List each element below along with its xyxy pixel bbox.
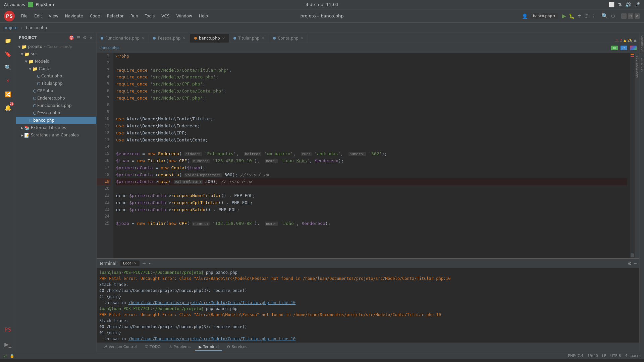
- terminal-link-1[interactable]: /home/luan/Documentos/projeto/src/Modelo…: [128, 300, 296, 305]
- php-version-status[interactable]: PHP: 7.4: [568, 354, 583, 358]
- tree-src-label: src: [31, 52, 37, 56]
- tree-funcionarios-php[interactable]: C Funcionarios.php: [16, 102, 96, 109]
- system-datetime: 4 de mai 11:03: [306, 2, 339, 7]
- project-tool-button[interactable]: 📁: [2, 34, 14, 47]
- tree-external-libraries[interactable]: ▶ 📚 External Libraries: [16, 124, 96, 131]
- right-sidebar: Bookmarks Structure: [639, 33, 644, 352]
- profile-button[interactable]: ⏱: [584, 13, 589, 19]
- indent-status[interactable]: 4 spaces: [625, 354, 642, 358]
- menu-edit[interactable]: Edit: [32, 12, 45, 20]
- code-editor[interactable]: 12345 678910 1112131415 1617181920 21222…: [97, 53, 630, 258]
- tree-conta-php[interactable]: C Conta.php: [16, 72, 96, 80]
- settings-button[interactable]: ⚙: [611, 13, 615, 19]
- sidebar-header: Project 🎯 ☰ ⚙ ✕: [16, 33, 96, 43]
- terminal-add-button[interactable]: +: [142, 261, 146, 266]
- editor-toolbar-right: ⚠ 2 ▲ 26 ▲: [612, 38, 639, 43]
- breadcrumb-project[interactable]: projeto: [3, 25, 17, 30]
- minimize-button[interactable]: ─: [621, 13, 627, 19]
- tab-close-pessoa[interactable]: ✕: [182, 36, 185, 41]
- scroll-thumb[interactable]: [631, 253, 634, 257]
- notification-tool-button[interactable]: 🔔 21: [2, 101, 14, 114]
- external-tool-2[interactable]: ○: [621, 46, 627, 50]
- run-button[interactable]: ▶: [562, 13, 566, 19]
- menu-code[interactable]: Code: [87, 12, 103, 20]
- menu-navigate[interactable]: Navigate: [62, 12, 86, 20]
- activities-label[interactable]: Atividades: [4, 2, 25, 7]
- tree-banco-php[interactable]: C banco.php: [16, 117, 96, 124]
- external-tool-3[interactable]: [630, 46, 637, 50]
- code-content: <?php require_once 'src/Modelo/Conta/Tit…: [113, 53, 630, 258]
- line-numbers: 12345 678910 1112131415 1617181920 21222…: [97, 53, 113, 258]
- terminal-minimize-button[interactable]: ─: [634, 261, 637, 266]
- ps-logo-tool[interactable]: PS: [2, 323, 14, 336]
- tree-scratches[interactable]: ▶ 📝 Scratches and Consoles: [16, 131, 96, 139]
- external-tool-1[interactable]: ⊞: [611, 46, 618, 50]
- terminal-link-2[interactable]: /home/luan/Documentos/projeto/src/Modelo…: [128, 337, 296, 341]
- tree-root[interactable]: ▼ 📁 projeto ~/Documentos/p: [16, 43, 96, 50]
- terminal-dropdown[interactable]: ▾: [149, 261, 151, 266]
- tree-endereco-php[interactable]: C Endereco.php: [16, 95, 96, 102]
- tab-label-pessoa: Pessoa.php: [158, 36, 180, 41]
- tab-close-titular[interactable]: ✕: [262, 36, 265, 41]
- menu-run[interactable]: Run: [128, 12, 141, 20]
- menu-tools[interactable]: Tools: [142, 12, 158, 20]
- vcs-status[interactable]: ⎇: [3, 354, 7, 358]
- close-button[interactable]: ✕: [635, 13, 640, 19]
- tree-titular-php[interactable]: C Titular.php: [16, 80, 96, 87]
- menu-view[interactable]: View: [46, 12, 61, 20]
- tree-pessoa-php[interactable]: C Pessoa.php: [16, 109, 96, 117]
- sidebar-close-button[interactable]: ✕: [89, 35, 94, 41]
- terminal-content[interactable]: luan@luan-POS-PIQ77CL:~/Documentos/proje…: [97, 268, 639, 343]
- bookmark-tool-button[interactable]: 🔖: [2, 48, 14, 60]
- structure-label[interactable]: Structure: [639, 55, 644, 74]
- find-tool-button[interactable]: 🔍: [2, 61, 14, 74]
- debug-button[interactable]: 🐛: [569, 13, 575, 19]
- menu-window[interactable]: Window: [174, 12, 195, 20]
- line-col-status[interactable]: 19:40: [587, 354, 598, 358]
- tree-src[interactable]: ▼ 📁 src: [16, 50, 96, 58]
- run-config-dropdown[interactable]: banco.php ▾: [530, 13, 558, 19]
- terminal-settings-button[interactable]: ⚙: [628, 261, 632, 266]
- tab-terminal[interactable]: ▶ Terminal: [195, 344, 222, 351]
- git-tool-button[interactable]: 🔀: [2, 88, 14, 101]
- plugin-tool-button[interactable]: ⚡: [2, 74, 14, 87]
- tab-problems[interactable]: ⚠ Problems: [165, 344, 194, 351]
- encoding-status[interactable]: UTF-8: [610, 354, 621, 358]
- line-ending-status[interactable]: LF: [602, 354, 606, 358]
- bookmarks-label[interactable]: Bookmarks: [639, 33, 644, 55]
- tab-funcionarios[interactable]: Funcionarios.php ✕: [97, 34, 149, 43]
- sidebar-settings-button[interactable]: ⚙: [82, 35, 88, 41]
- tree-cpf-php[interactable]: C CPF.php: [16, 87, 96, 95]
- sidebar-locate-button[interactable]: 🎯: [68, 35, 75, 41]
- tab-conta[interactable]: Conta.php ✕: [269, 34, 308, 43]
- menu-file[interactable]: File: [18, 12, 30, 20]
- tab-banco[interactable]: banco.php ✕: [190, 34, 229, 43]
- user-icon[interactable]: 👤: [522, 13, 528, 19]
- tab-pessoa[interactable]: Pessoa.php ✕: [149, 34, 190, 43]
- tab-close-banco[interactable]: ✕: [222, 36, 225, 41]
- tab-titular[interactable]: Titular.php ✕: [229, 34, 269, 43]
- tree-modelo[interactable]: ▼ 📁 Modelo: [16, 58, 96, 65]
- menu-help[interactable]: Help: [196, 12, 211, 20]
- breadcrumb-file[interactable]: banco.php: [26, 25, 47, 30]
- tab-version-control[interactable]: ⎇ Version Control: [99, 344, 140, 351]
- tab-services[interactable]: ⚙ Services: [223, 344, 251, 351]
- terminal-tab-close[interactable]: ✕: [134, 261, 137, 265]
- breadcrumb-banco[interactable]: banco.php: [99, 46, 119, 50]
- menu-refactor[interactable]: Refactor: [104, 12, 126, 20]
- code-line-23: echo $primeiraConta->recuperaSaldo() . P…: [116, 206, 627, 214]
- maximize-button[interactable]: □: [628, 13, 633, 19]
- terminal-local-tab[interactable]: Local ✕: [120, 260, 140, 266]
- more-button[interactable]: ⋮: [591, 13, 596, 19]
- tree-conta-folder[interactable]: ▼ 📁 Conta: [16, 65, 96, 72]
- modifications-label[interactable]: Modifications: [634, 53, 639, 80]
- menu-vcs[interactable]: VCS: [159, 12, 172, 20]
- editor-up-button[interactable]: ▲: [634, 38, 637, 43]
- tab-close-conta[interactable]: ✕: [301, 36, 304, 41]
- terminal-tool-button[interactable]: ▶_: [2, 338, 14, 351]
- coverage-button[interactable]: ☂: [577, 13, 582, 19]
- tab-todo[interactable]: ☑ TODO: [142, 344, 164, 351]
- search-button[interactable]: 🔍: [601, 13, 608, 19]
- sidebar-collapse-button[interactable]: ☰: [76, 35, 81, 41]
- tab-close-funcionarios[interactable]: ✕: [142, 36, 145, 41]
